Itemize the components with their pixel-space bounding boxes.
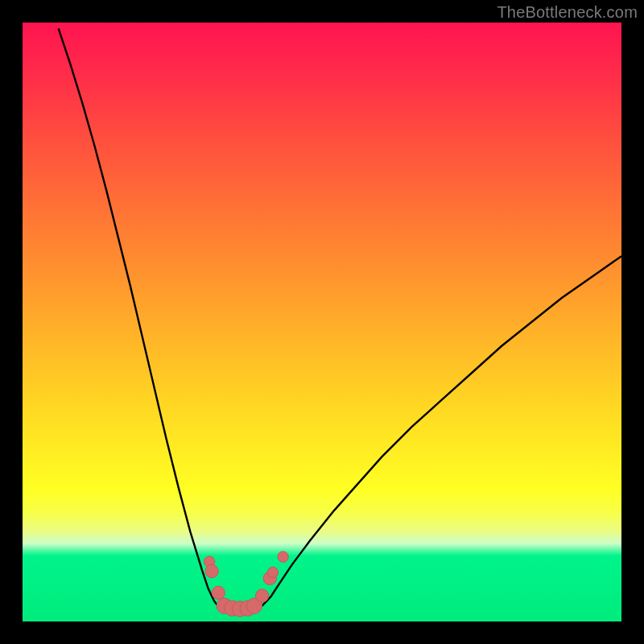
plot-area [23, 23, 621, 621]
chart-svg [23, 23, 621, 621]
watermark-label: TheBottleneck.com [497, 3, 638, 22]
data-marker [205, 564, 218, 577]
curve-right-branch [256, 256, 621, 609]
chart-frame: TheBottleneck.com [0, 0, 644, 644]
marker-group [204, 551, 288, 617]
data-marker [267, 567, 278, 577]
data-marker [255, 589, 268, 602]
curve-left-branch [59, 28, 224, 609]
data-marker [212, 586, 225, 599]
data-marker [278, 551, 288, 562]
